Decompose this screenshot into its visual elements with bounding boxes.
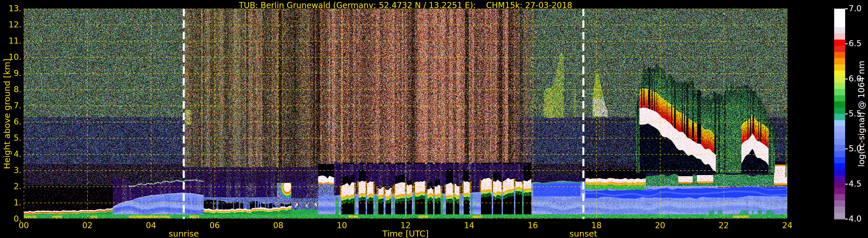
colorbar-band bbox=[834, 114, 845, 120]
colorbar-band bbox=[834, 27, 845, 33]
colorbar-tick-mark bbox=[845, 184, 848, 184]
colorbar-band bbox=[834, 120, 845, 126]
colorbar-band bbox=[834, 77, 845, 83]
x-tick: 24 bbox=[782, 221, 793, 230]
colorbar-band bbox=[834, 89, 845, 95]
colorbar-band bbox=[834, 170, 845, 176]
x-tick: 02 bbox=[82, 221, 93, 230]
y-tick: 2. bbox=[0, 182, 22, 191]
y-tick: 6. bbox=[0, 117, 22, 127]
colorbar-tick-mark bbox=[845, 43, 848, 44]
x-tick: 10 bbox=[337, 221, 347, 230]
colorbar-band bbox=[834, 46, 845, 52]
colorbar-label: log(rc-signal) @ 1064 nm bbox=[857, 61, 866, 167]
colorbar-band bbox=[834, 64, 845, 70]
y-tick: 1. bbox=[0, 198, 22, 207]
colorbar-band bbox=[834, 176, 845, 182]
colorbar-band bbox=[834, 83, 845, 89]
y-tick: 3. bbox=[0, 166, 22, 175]
colorbar-band bbox=[834, 101, 845, 107]
colorbar-band bbox=[834, 157, 845, 163]
colorbar-tick-label: 4.5 bbox=[848, 179, 862, 189]
colorbar-band bbox=[834, 200, 845, 206]
y-tick: 7. bbox=[0, 101, 22, 110]
colorbar-band bbox=[834, 52, 845, 58]
sunset-label: sunset bbox=[569, 229, 597, 238]
colorbar-tick-mark bbox=[845, 219, 848, 219]
y-tick: 12. bbox=[0, 20, 22, 30]
x-tick: 06 bbox=[209, 221, 220, 230]
colorbar-tick-mark bbox=[845, 8, 848, 9]
colorbar-band bbox=[834, 151, 845, 157]
colorbar-band bbox=[834, 40, 845, 46]
colorbar-band bbox=[834, 34, 845, 40]
lidar-quicklook: TUB: Berlin Grunewald (Germany; 52.4732 … bbox=[0, 0, 868, 238]
x-tick: 20 bbox=[655, 221, 665, 230]
x-tick: 16 bbox=[528, 221, 538, 230]
colorbar-tick-mark bbox=[845, 148, 848, 149]
colorbar-band bbox=[834, 108, 845, 114]
colorbar-band bbox=[834, 188, 845, 194]
y-tick: 4. bbox=[0, 149, 22, 159]
y-tick: 9. bbox=[0, 68, 22, 78]
colorbar-band bbox=[834, 58, 845, 64]
x-tick: 14 bbox=[464, 221, 474, 230]
colorbar-band bbox=[834, 206, 845, 212]
colorbar-band bbox=[834, 182, 845, 188]
colorbar bbox=[834, 9, 845, 219]
y-tick: 11. bbox=[0, 36, 22, 46]
colorbar-band bbox=[834, 194, 845, 200]
y-tick: 8. bbox=[0, 84, 22, 94]
colorbar-band bbox=[834, 163, 845, 169]
x-tick: 08 bbox=[273, 221, 283, 230]
colorbar-band bbox=[834, 139, 845, 145]
sunrise-label: sunrise bbox=[168, 229, 199, 238]
colorbar-band bbox=[834, 132, 845, 138]
colorbar-band bbox=[834, 70, 845, 76]
colorbar-band bbox=[834, 9, 845, 27]
y-tick: 0. bbox=[0, 214, 22, 224]
colorbar-band bbox=[834, 126, 845, 132]
colorbar-tick-mark bbox=[845, 113, 848, 114]
y-tick: 13. bbox=[0, 4, 22, 13]
lidar-heatmap-canvas bbox=[24, 9, 787, 219]
x-tick: 22 bbox=[718, 221, 729, 230]
colorbar-tick-label: 7.0 bbox=[848, 4, 862, 13]
colorbar-band bbox=[834, 95, 845, 101]
x-axis-label: Time [UTC] bbox=[382, 229, 429, 238]
y-tick: 10. bbox=[0, 52, 22, 62]
colorbar-tick-mark bbox=[845, 78, 848, 79]
y-tick: 5. bbox=[0, 133, 22, 143]
colorbar-tick-label: 6.5 bbox=[848, 39, 862, 48]
x-tick: 00 bbox=[19, 221, 29, 230]
colorbar-band bbox=[834, 213, 845, 219]
colorbar-tick-label: 4.0 bbox=[848, 214, 862, 224]
colorbar-band bbox=[834, 145, 845, 151]
x-tick: 04 bbox=[146, 221, 156, 230]
